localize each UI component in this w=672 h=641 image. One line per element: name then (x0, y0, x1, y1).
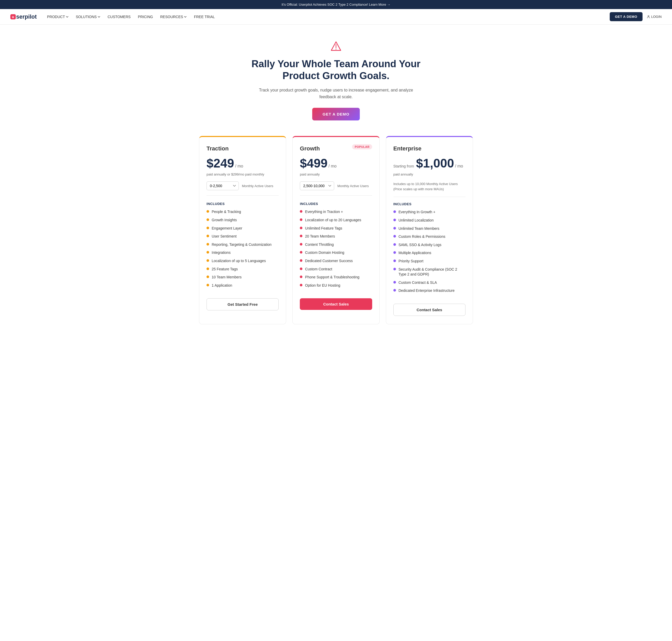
purple-dot (393, 219, 396, 221)
list-item: SAML SSO & Activity Logs (393, 243, 466, 248)
purple-dot (393, 251, 396, 254)
nav-product-label: PRODUCT (47, 15, 65, 19)
pink-dot (300, 210, 302, 213)
growth-features-list: Everything in Traction + Localization of… (300, 209, 372, 288)
list-item: 25 Feature Tags (206, 267, 279, 272)
list-item: Unlimited Team Members (393, 226, 466, 231)
list-item: Custom Domain Hosting (300, 250, 372, 255)
login-button[interactable]: LOGIN (647, 15, 662, 18)
enterprise-features-list: Everything In Growth + Unlimited Localiz… (393, 209, 466, 294)
growth-price-period: / mo (329, 164, 337, 168)
purple-dot (393, 243, 396, 246)
purple-dot (393, 259, 396, 262)
list-item: Dedicated Customer Success (300, 258, 372, 264)
list-item: Multiple Applications (393, 250, 466, 256)
pink-dot (300, 218, 302, 221)
growth-mau-selector: 2,500-10,000 10,000-25,000 25,000-50,000… (300, 181, 372, 196)
traction-mau-select[interactable]: 0-2,500 2,500-5,000 5,000-10,000 (206, 181, 239, 190)
enterprise-cta-button[interactable]: Contact Sales (393, 304, 466, 316)
traction-cta-button[interactable]: Get Started Free (206, 298, 279, 310)
nav-solutions[interactable]: SOLUTIONS (76, 15, 100, 19)
nav-customers[interactable]: CUSTOMERS (108, 15, 131, 19)
hero-section: Rally Your Whole Team Around Your Produc… (246, 25, 426, 131)
traction-price-period: / mo (235, 164, 243, 168)
enterprise-includes-label: INCLUDES (393, 202, 466, 206)
list-item: Integrations (206, 250, 279, 255)
list-item: Growth Insights (206, 218, 279, 223)
list-item: Everything in Traction + (300, 209, 372, 215)
nav-pricing[interactable]: PRICING (138, 15, 153, 19)
enterprise-price: Starting from $1,000 / mo (393, 156, 466, 171)
orange-dot (206, 243, 209, 246)
purple-dot (393, 268, 396, 270)
enterprise-plan-card: Enterprise Starting from $1,000 / mo pai… (386, 136, 473, 324)
traction-plan-card: Traction $249 / mo paid annually or $299… (199, 136, 286, 324)
chevron-down-icon (98, 15, 100, 18)
navbar: u serpilot PRODUCT SOLUTIONS CUSTOMERS P… (0, 9, 672, 25)
nav-right: GET A DEMO LOGIN (610, 12, 662, 21)
traction-mau-selector: 0-2,500 2,500-5,000 5,000-10,000 Monthly… (206, 181, 279, 196)
orange-dot (206, 268, 209, 270)
pink-dot (300, 284, 302, 286)
traction-includes-label: INCLUDES (206, 202, 279, 206)
banner-text: It's Official: Userpilot Achieves SOC 2 … (282, 3, 390, 6)
list-item: Custom Contract & SLA (393, 280, 466, 285)
list-item: Custom Contract (300, 267, 372, 272)
list-item: Localization of up to 5 Languages (206, 258, 279, 264)
list-item: Unlimited Localization (393, 218, 466, 223)
list-item: Priority Support (393, 259, 466, 264)
list-item: Everything In Growth + (393, 209, 466, 215)
traction-plan-name: Traction (206, 145, 279, 152)
pink-dot (300, 268, 302, 270)
enterprise-price-note: paid annually (393, 173, 466, 176)
list-item: 10 Team Members (206, 275, 279, 280)
list-item: Unlimited Feature Tags (300, 226, 372, 231)
logo-text: serpilot (16, 13, 37, 20)
pink-dot (300, 235, 302, 237)
growth-price-amount: $499 (300, 156, 328, 171)
growth-cta-button[interactable]: Contact Sales (300, 298, 372, 310)
hero-subtitle: Track your product growth goals, nudge u… (251, 87, 421, 100)
pink-dot (300, 259, 302, 262)
nav-free-trial[interactable]: FREE TRIAL (194, 15, 215, 19)
enterprise-plan-name: Enterprise (393, 145, 466, 152)
list-item: Phone Support & Troubleshooting (300, 275, 372, 280)
list-item: 1 Application (206, 283, 279, 288)
orange-dot (206, 210, 209, 213)
get-demo-button[interactable]: GET A DEMO (610, 12, 642, 21)
traction-price-note: paid annually or $299/mo paid monthly (206, 173, 279, 176)
purple-dot (393, 227, 396, 230)
purple-dot (393, 289, 396, 291)
growth-mau-select[interactable]: 2,500-10,000 10,000-25,000 25,000-50,000 (300, 181, 334, 190)
pink-dot (300, 251, 302, 254)
logo-link[interactable]: u serpilot (10, 13, 37, 20)
growth-price-note: paid annually (300, 173, 372, 176)
orange-dot (206, 251, 209, 254)
orange-dot (206, 275, 209, 278)
list-item: People & Tracking (206, 209, 279, 215)
list-item: 20 Team Members (300, 234, 372, 239)
nav-solutions-label: SOLUTIONS (76, 15, 97, 19)
enterprise-price-starting: Starting from (393, 164, 414, 168)
top-banner: It's Official: Userpilot Achieves SOC 2 … (0, 0, 672, 9)
growth-includes-label: INCLUDES (300, 202, 372, 206)
list-item: Engagement Layer (206, 226, 279, 231)
hero-cta-button[interactable]: GET A DEMO (312, 108, 360, 121)
list-item: Custom Roles & Permissions (393, 234, 466, 239)
orange-dot (206, 259, 209, 262)
growth-mau-label: Monthly Active Users (337, 184, 369, 188)
logo-u: u (10, 14, 16, 19)
nav-product[interactable]: PRODUCT (47, 15, 68, 19)
growth-price: $499 / mo (300, 156, 372, 171)
nav-resources-label: RESOURCES (160, 15, 183, 19)
nav-resources[interactable]: RESOURCES (160, 15, 187, 19)
traction-mau-label: Monthly Active Users (242, 184, 273, 188)
pink-dot (300, 227, 302, 229)
list-item: Security Audit & Compliance (SOC 2 Type … (393, 267, 466, 277)
traction-price: $249 / mo (206, 156, 279, 171)
purple-dot (393, 235, 396, 237)
pricing-section: Traction $249 / mo paid annually or $299… (194, 131, 478, 340)
list-item: Dedicated Enterprise Infrastructure (393, 288, 466, 294)
purple-dot (393, 281, 396, 284)
svg-point-0 (648, 15, 649, 16)
